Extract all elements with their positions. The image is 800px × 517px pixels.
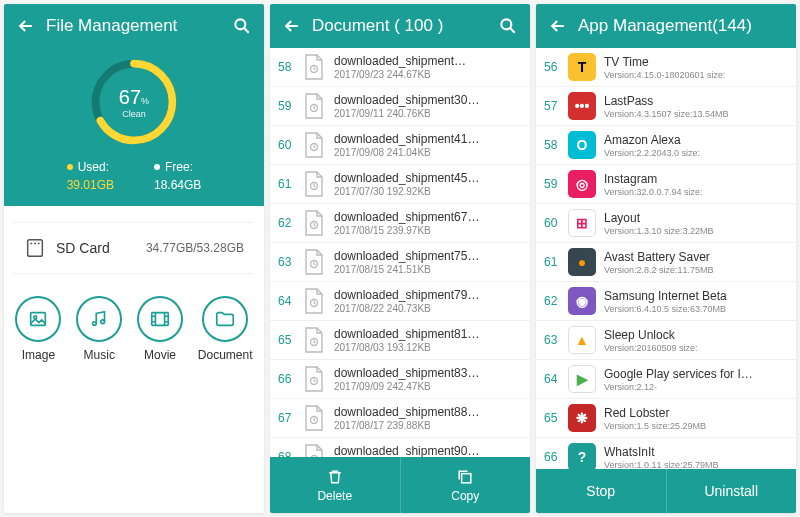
action-bar: Stop Uninstall <box>536 469 796 513</box>
document-row[interactable]: 65downloaded_shipment81…2017/08/03 193.1… <box>270 321 530 360</box>
app-row[interactable]: 64▶Google Play services for I…Version:2.… <box>536 360 796 399</box>
storage-summary: 67%Clean Used:39.01GB Free:18.64GB <box>4 48 264 206</box>
document-row[interactable]: 63downloaded_shipment75…2017/08/15 241.5… <box>270 243 530 282</box>
document-row[interactable]: 66downloaded_shipment83…2017/09/09 242.4… <box>270 360 530 399</box>
row-number: 63 <box>544 333 568 347</box>
svg-point-9 <box>501 19 511 29</box>
app-icon: T <box>568 53 596 81</box>
app-meta: Version:20160509 size: <box>604 343 788 353</box>
app-name: Samsung Internet Beta <box>604 289 788 303</box>
movie-icon <box>137 296 183 342</box>
document-list[interactable]: 58downloaded_shipment…2017/09/23 244.67K… <box>270 48 530 457</box>
sdcard-row[interactable]: SD Card 34.77GB/53.28GB <box>14 222 254 274</box>
file-name: downloaded_shipment41… <box>334 132 522 146</box>
app-row[interactable]: 61●Avast Battery SaverVersion:2.8.2 size… <box>536 243 796 282</box>
app-name: TV Time <box>604 55 788 69</box>
app-name: LastPass <box>604 94 788 108</box>
back-button[interactable] <box>544 12 572 40</box>
free-value: 18.64GB <box>154 178 201 192</box>
app-row[interactable]: 66?WhatsInItVersion:1.0.11 size:25.79MB <box>536 438 796 469</box>
app-icon: ••• <box>568 92 596 120</box>
app-row[interactable]: 63▲Sleep UnlockVersion:20160509 size: <box>536 321 796 360</box>
document-row[interactable]: 60downloaded_shipment41…2017/09/08 241.0… <box>270 126 530 165</box>
search-button[interactable] <box>228 12 256 40</box>
file-meta: 2017/08/15 239.97KB <box>334 225 522 236</box>
file-icon <box>302 326 326 354</box>
page-title: Document ( 100 ) <box>306 16 494 36</box>
row-number: 58 <box>544 138 568 152</box>
row-number: 57 <box>544 99 568 113</box>
row-number: 67 <box>278 411 302 425</box>
category-document[interactable]: Document <box>198 296 253 362</box>
category-label: Document <box>198 348 253 362</box>
delete-button[interactable]: Delete <box>270 457 400 513</box>
document-row[interactable]: 58downloaded_shipment…2017/09/23 244.67K… <box>270 48 530 87</box>
file-name: downloaded_shipment90… <box>334 444 522 457</box>
file-icon <box>302 53 326 81</box>
file-meta: 2017/08/17 239.88KB <box>334 420 522 431</box>
document-row[interactable]: 62downloaded_shipment67…2017/08/15 239.9… <box>270 204 530 243</box>
file-meta: 2017/09/23 244.67KB <box>334 69 522 80</box>
row-number: 64 <box>278 294 302 308</box>
app-name: Red Lobster <box>604 406 788 420</box>
app-name: Amazon Alexa <box>604 133 788 147</box>
app-row[interactable]: 58OAmazon AlexaVersion:2.2.2043.0 size: <box>536 126 796 165</box>
svg-rect-22 <box>462 474 471 483</box>
clean-ring: 67%Clean <box>86 54 182 150</box>
category-music[interactable]: Music <box>76 296 122 362</box>
category-movie[interactable]: Movie <box>137 296 183 362</box>
app-meta: Version:32.0.0.7.94 size: <box>604 187 788 197</box>
row-number: 65 <box>278 333 302 347</box>
app-row[interactable]: 65❋Red LobsterVersion:1.5 size:25.29MB <box>536 399 796 438</box>
app-meta: Version:4.3.1507 size:13.54MB <box>604 109 788 119</box>
app-name: WhatsInIt <box>604 445 788 459</box>
svg-rect-4 <box>31 313 46 326</box>
search-button[interactable] <box>494 12 522 40</box>
file-meta: 2017/08/03 193.12KB <box>334 342 522 353</box>
app-meta: Version:1.3.10 size:3.22MB <box>604 226 788 236</box>
sdcard-icon <box>24 237 46 259</box>
svg-point-7 <box>101 320 105 324</box>
app-name: Avast Battery Saver <box>604 250 788 264</box>
row-number: 61 <box>544 255 568 269</box>
file-management-panel: File Management 67%Clean Used:39.01GB Fr… <box>4 4 264 513</box>
app-management-panel: App Management(144) 56TTV TimeVersion:4.… <box>536 4 796 513</box>
row-number: 59 <box>278 99 302 113</box>
used-value: 39.01GB <box>67 178 114 192</box>
row-number: 62 <box>278 216 302 230</box>
app-row[interactable]: 62◉Samsung Internet BetaVersion:6.4.10.5… <box>536 282 796 321</box>
app-icon: ◉ <box>568 287 596 315</box>
back-button[interactable] <box>278 12 306 40</box>
category-label: Image <box>15 348 61 362</box>
copy-button[interactable]: Copy <box>400 457 531 513</box>
category-image[interactable]: Image <box>15 296 61 362</box>
row-number: 65 <box>544 411 568 425</box>
stop-button[interactable]: Stop <box>536 469 666 513</box>
file-name: downloaded_shipment… <box>334 54 522 68</box>
document-row[interactable]: 64downloaded_shipment79…2017/08/22 240.7… <box>270 282 530 321</box>
document-row[interactable]: 67downloaded_shipment88…2017/08/17 239.8… <box>270 399 530 438</box>
app-row[interactable]: 60⊞LayoutVersion:1.3.10 size:3.22MB <box>536 204 796 243</box>
row-number: 63 <box>278 255 302 269</box>
uninstall-button[interactable]: Uninstall <box>666 469 797 513</box>
app-name: Google Play services for I… <box>604 367 788 381</box>
app-name: Layout <box>604 211 788 225</box>
app-row[interactable]: 57•••LastPassVersion:4.3.1507 size:13.54… <box>536 87 796 126</box>
app-row[interactable]: 59◎InstagramVersion:32.0.0.7.94 size: <box>536 165 796 204</box>
file-icon <box>302 248 326 276</box>
app-meta: Version:2.2.2043.0 size: <box>604 148 788 158</box>
app-row[interactable]: 56TTV TimeVersion:4.15.0-18020601 size: <box>536 48 796 87</box>
page-title: App Management(144) <box>572 16 788 36</box>
file-meta: 2017/08/15 241.51KB <box>334 264 522 275</box>
row-number: 58 <box>278 60 302 74</box>
image-icon <box>15 296 61 342</box>
app-list[interactable]: 56TTV TimeVersion:4.15.0-18020601 size:5… <box>536 48 796 469</box>
free-stat: Free:18.64GB <box>154 160 201 192</box>
back-button[interactable] <box>12 12 40 40</box>
document-row[interactable]: 59downloaded_shipment30…2017/09/11 240.7… <box>270 87 530 126</box>
document-row[interactable]: 61downloaded_shipment45…2017/07/30 192.9… <box>270 165 530 204</box>
svg-point-0 <box>235 19 245 29</box>
row-number: 62 <box>544 294 568 308</box>
document-row[interactable]: 68downloaded_shipment90…2017/08/17 240.0… <box>270 438 530 457</box>
app-icon: ▲ <box>568 326 596 354</box>
